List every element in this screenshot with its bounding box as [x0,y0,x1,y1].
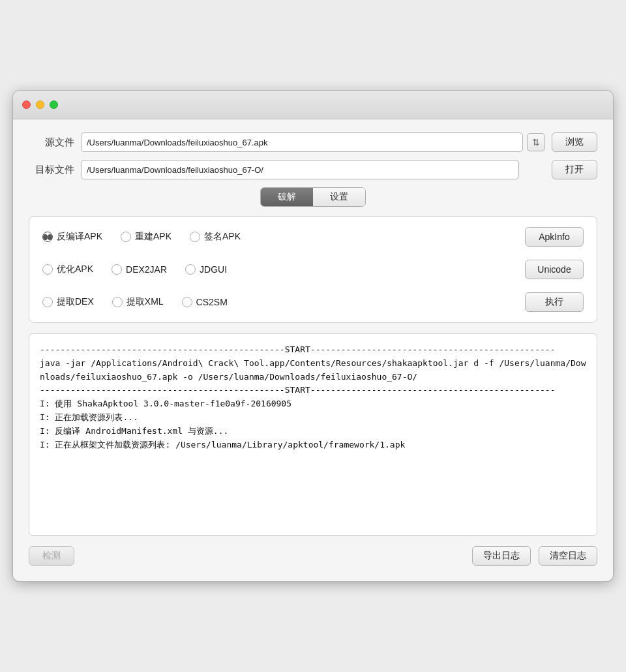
browse-button[interactable]: 浏览 [552,132,597,152]
radio-circle-decompile [42,232,53,242]
tab-crack[interactable]: 破解 [261,188,313,206]
radio-dex2jar[interactable]: DEX2JAR [112,264,167,275]
traffic-lights [22,100,58,109]
minimize-button[interactable] [36,100,44,109]
source-file-input[interactable] [81,132,523,152]
source-file-row: 源文件 ⇅ 浏览 [29,132,597,152]
bottom-left: 检测 [29,546,74,566]
maximize-button[interactable] [50,100,58,109]
detect-button: 检测 [29,546,74,566]
radio-circle-jdgui [185,264,196,275]
radio-sign-apk[interactable]: 签名APK [190,231,241,243]
title-bar [13,91,613,119]
radio-extract-xml[interactable]: 提取XML [112,296,164,308]
tab-settings[interactable]: 设置 [313,188,365,206]
radio-circle-optimize [42,264,53,275]
options-row-2: 优化APK DEX2JAR JDGUI Unicode [42,260,584,279]
radio-label-optimize: 优化APK [57,264,93,275]
radio-cs2sm[interactable]: CS2SM [182,297,228,307]
source-file-input-wrapper: ⇅ [81,132,545,152]
target-file-row: 目标文件 打开 [29,160,597,179]
radio-circle-cs2sm [182,297,192,307]
clear-log-button[interactable]: 清空日志 [539,546,597,566]
radio-circle-sign [190,232,200,242]
close-button[interactable] [22,100,31,109]
unicode-button[interactable]: Unicode [525,260,584,279]
radio-group-1: 反编译APK 重建APK 签名APK [42,231,525,243]
radio-label-rebuild: 重建APK [135,231,171,243]
apkinfo-button[interactable]: ApkInfo [525,227,584,247]
tab-group: 破解 设置 [260,187,366,207]
swap-button[interactable]: ⇅ [527,133,545,151]
radio-label-extractdex: 提取DEX [57,296,94,308]
target-file-input-wrapper [81,160,545,179]
bottom-right: 导出日志 清空日志 [472,546,597,566]
target-file-input[interactable] [81,160,519,179]
source-file-label: 源文件 [29,136,74,149]
bottom-bar: 检测 导出日志 清空日志 [29,546,597,568]
open-button[interactable]: 打开 [552,160,597,179]
log-content: ----------------------------------------… [40,343,586,451]
log-section[interactable]: ----------------------------------------… [29,333,597,536]
execute-button[interactable]: 执行 [525,292,584,312]
app-window: 源文件 ⇅ 浏览 目标文件 打开 破解 设置 [13,91,613,581]
options-row-1: 反编译APK 重建APK 签名APK ApkInfo [42,227,584,247]
radio-label-jdgui: JDGUI [200,264,227,275]
options-section: 反编译APK 重建APK 签名APK ApkInfo [29,216,597,323]
radio-circle-rebuild [121,232,131,242]
radio-group-2: 优化APK DEX2JAR JDGUI [42,264,525,275]
radio-label-dex2jar: DEX2JAR [126,264,167,275]
radio-circle-extractxml [112,297,123,307]
radio-label-cs2sm: CS2SM [196,297,228,307]
radio-circle-dex2jar [112,264,122,275]
radio-label-decompile: 反编译APK [57,231,102,243]
options-row-3: 提取DEX 提取XML CS2SM 执行 [42,292,584,312]
radio-rebuild-apk[interactable]: 重建APK [121,231,171,243]
tab-bar: 破解 设置 [29,187,597,207]
radio-label-extractxml: 提取XML [127,296,164,308]
radio-circle-extractdex [42,297,53,307]
target-file-label: 目标文件 [29,164,74,176]
radio-label-sign: 签名APK [204,231,241,243]
export-log-button[interactable]: 导出日志 [472,546,531,566]
main-content: 源文件 ⇅ 浏览 目标文件 打开 破解 设置 [13,119,613,581]
radio-jdgui[interactable]: JDGUI [185,264,227,275]
radio-group-3: 提取DEX 提取XML CS2SM [42,296,525,308]
radio-decompile-apk[interactable]: 反编译APK [42,231,102,243]
radio-optimize-apk[interactable]: 优化APK [42,264,93,275]
radio-extract-dex[interactable]: 提取DEX [42,296,94,308]
